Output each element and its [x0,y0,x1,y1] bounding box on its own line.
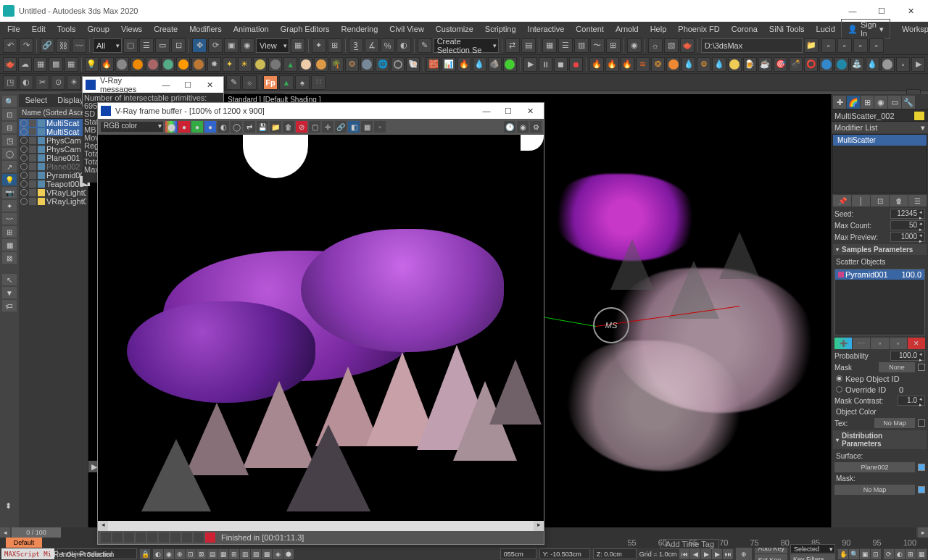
visibility-icon[interactable] [20,180,28,188]
record-button[interactable]: ⏺ [569,57,583,72]
fx-palm-icon[interactable]: 🌴 [330,57,344,72]
percent-snap-button[interactable]: % [381,38,395,53]
visibility-icon[interactable] [20,128,28,135]
select-move-button[interactable]: ✥ [192,38,207,53]
fx-fire1-icon[interactable]: 🔥 [589,57,603,72]
status-m13[interactable]: ⬢ [283,549,294,559]
se-tool-tag[interactable]: 🏷 [2,300,17,312]
status-m10[interactable]: ▨ [251,549,261,559]
menu-tools[interactable]: Tools [51,23,82,35]
tb3-tool16[interactable]: ⟐ [242,75,257,90]
vray-msg-close[interactable]: ✕ [199,78,220,92]
vfb-corrections-button[interactable]: ▦ [361,121,373,133]
nav-zoomext-button[interactable]: ▣ [860,549,870,559]
mirror-button[interactable]: ⇄ [505,38,520,53]
align-button[interactable]: ▤ [521,38,536,53]
goto-start-button[interactable]: ⏮ [679,549,689,559]
se-tool-geo[interactable]: ◯ [2,148,17,159]
se-tool-view[interactable]: ◳ [2,135,17,146]
freeze-icon[interactable] [29,180,36,188]
fp-button[interactable]: Fp [263,75,278,90]
menu-scripting[interactable]: Scripting [479,23,522,35]
key-set-dropdown[interactable]: Selected [790,544,835,553]
fx-orb4-icon[interactable] [161,57,175,72]
fx-drop3-icon[interactable]: 💧 [712,57,726,72]
pause-button[interactable]: ⏸ [539,57,552,72]
coord-x-field[interactable]: 055cm [500,548,536,559]
vray-messages-titlebar[interactable]: V-Ray messages — ☐ ✕ [83,77,223,93]
vfb-load-button[interactable]: 📁 [270,121,281,133]
distribution-rollout-header[interactable]: Distribution Parameters [833,430,927,449]
rollout-area[interactable]: Seed:12345 Max Count:50 Max Preview:1000… [832,207,928,527]
bind-button[interactable]: 〰 [72,38,86,53]
status-m11[interactable]: ▩ [262,549,272,559]
fx-grid-button[interactable]: ▦ [65,57,78,72]
link-button[interactable]: 🔗 [40,38,54,53]
fx-sun-icon[interactable]: ☀ [238,57,252,72]
nav-orbit-button[interactable]: ⟳ [884,549,894,559]
mask2-enable-check[interactable] [918,486,925,493]
coord-z-field[interactable]: Z: 0.0cm [593,548,637,559]
status-m3[interactable]: ⊕ [175,549,185,559]
sign-in-button[interactable]: 👤Sign In▾ [841,19,890,39]
vfb-red-button[interactable]: ● [178,121,190,133]
toggle-explorer-button[interactable]: ▦ [542,38,557,53]
ref-coord-dropdown[interactable]: View [256,38,289,53]
fx-teapot-button[interactable]: 🫖 [3,57,17,72]
fx-fire2-icon[interactable]: 🔥 [605,57,619,72]
redo-button[interactable]: ↷ [19,38,33,53]
se-tool-sort[interactable]: ⊟ [2,122,17,133]
menu-sinitools[interactable]: SiNi Tools [763,23,811,35]
status-m5[interactable]: ⊠ [196,549,207,559]
se-select-tab[interactable]: Select [19,94,54,107]
vfb-pixel-button[interactable]: ▫ [374,121,386,133]
se-row-0[interactable]: MultiScat [19,119,88,128]
fx-orb2-icon[interactable] [130,57,144,72]
fx-gold-icon[interactable] [728,57,742,72]
menu-phoenixfd[interactable]: Phoenix FD [672,23,725,35]
toggle-ribbon-button[interactable]: ▥ [574,38,589,53]
vfb-scroll-track[interactable] [108,521,534,531]
nav-zoomall-button[interactable]: ⊡ [871,549,881,559]
stop-button[interactable]: ⏹ [554,57,568,72]
selection-filter-dropdown[interactable]: All [93,38,122,53]
select-by-name-button[interactable]: ☰ [139,38,154,53]
remove-modifier-button[interactable]: 🗑 [890,195,908,206]
add-time-tag-button[interactable]: Add Time Tag [660,539,719,549]
status-m1[interactable]: ◐ [153,549,163,559]
show-end-result-button[interactable]: │ [852,195,870,206]
seed-spinner[interactable]: 12345 [890,209,925,219]
fx-ring-icon[interactable] [391,57,405,72]
nav-pan-button[interactable]: ✋ [838,549,848,559]
modify-tab[interactable]: 🌈 [847,96,860,109]
vfb-blue-button[interactable]: ● [204,121,216,133]
vfb-status-btn7[interactable] [170,532,181,543]
nav-zoom-button[interactable]: 🔍 [849,549,859,559]
modifier-stack[interactable]: MultiScatter [832,134,927,193]
make-unique-button[interactable]: ⊡ [871,195,889,206]
vfb-status-btn9[interactable] [194,532,204,543]
se-row-2[interactable]: PhysCam [19,136,88,145]
override-id-radio[interactable] [836,386,842,393]
fx-spiral-icon[interactable]: ❂ [345,57,359,72]
tb3-tool15[interactable]: ✎ [226,75,241,90]
fx-wall-icon[interactable]: 🧱 [426,57,440,72]
lock-selection-button[interactable]: 🔒 [140,549,150,559]
render-setup-button[interactable]: ☼ [648,38,663,53]
fx-last2-icon[interactable]: ▶ [911,57,925,72]
motion-tab[interactable]: ◉ [874,96,887,109]
maxpreview-spinner[interactable]: 1000 [890,232,925,242]
se-tool-arrow[interactable]: ↗ [2,161,17,172]
menu-edit[interactable]: Edit [26,23,51,35]
tb3-tree[interactable]: ▲ [279,75,294,90]
display-tab[interactable]: ▭ [888,96,901,109]
play-anim-button[interactable]: ▶ [701,549,711,559]
keyboard-shortcut-button[interactable]: ⊞ [328,38,342,53]
menu-corona[interactable]: Corona [726,23,763,35]
tb3-leaf[interactable]: ♠ [295,75,310,90]
curve-editor-button[interactable]: 〜 [590,38,605,53]
spinner-snap-button[interactable]: ◐ [397,38,411,53]
vfb-status-btn3[interactable] [124,532,134,543]
utilities-tab[interactable]: 🔧 [902,96,915,109]
fx-target-icon[interactable]: 🎯 [774,57,787,72]
